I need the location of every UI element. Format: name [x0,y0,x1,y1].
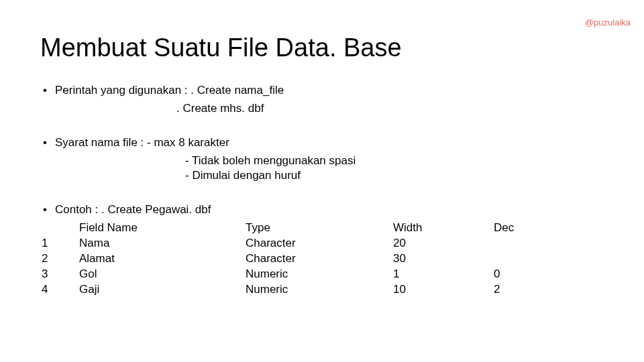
cell-dec [494,251,564,267]
col-type-header: Type [246,221,393,236]
table-row: 2 Alamat Character 30 [40,251,564,267]
cell-dec: 2 [494,282,564,298]
bullet-contoh: Contoh : . Create Pegawai. dbf [40,202,604,218]
page-title: Membuat Suatu File Data. Base [40,34,604,63]
cell-type: Character [246,236,393,251]
cell-num: 1 [40,236,79,251]
cell-type: Numeric [246,267,393,282]
col-field-header: Field Name [79,221,246,236]
cell-width: 20 [393,236,494,251]
bullet-perintah: Perintah yang digunakan : . Create nama_… [40,83,604,99]
cell-num: 2 [40,251,79,267]
table-row: 4 Gaji Numeric 10 2 [40,282,564,298]
body-text: Perintah yang digunakan : . Create nama_… [40,83,604,298]
watermark: @puzulaika [585,17,631,27]
col-dec-header: Dec [494,221,564,236]
cell-field: Gol [79,267,246,282]
cell-type: Numeric [246,282,393,298]
syarat-line3: - Dimulai dengan huruf [40,168,604,184]
cell-num: 3 [40,267,79,282]
table-header-row: Field Name Type Width Dec [40,221,564,236]
slide-content: Membuat Suatu File Data. Base Perintah y… [0,0,644,298]
cell-dec [494,236,564,251]
cell-type: Character [246,251,393,267]
block-contoh: Contoh : . Create Pegawai. dbf Field Nam… [40,202,604,298]
table-row: 3 Gol Numeric 1 0 [40,267,564,282]
bullet-syarat: Syarat nama file : - max 8 karakter [40,135,604,151]
block-perintah: Perintah yang digunakan : . Create nama_… [40,83,604,117]
cell-field: Nama [79,236,246,251]
perintah-line2: . Create mhs. dbf [40,101,604,117]
block-syarat: Syarat nama file : - max 8 karakter - Ti… [40,135,604,184]
col-num-header [40,221,79,236]
cell-width: 30 [393,251,494,267]
cell-width: 1 [393,267,494,282]
table-row: 1 Nama Character 20 [40,236,564,251]
cell-num: 4 [40,282,79,298]
cell-field: Gaji [79,282,246,298]
cell-dec: 0 [494,267,564,282]
syarat-line2: - Tidak boleh menggunakan spasi [40,154,604,169]
col-width-header: Width [393,221,494,236]
cell-width: 10 [393,282,494,298]
cell-field: Alamat [79,251,246,267]
